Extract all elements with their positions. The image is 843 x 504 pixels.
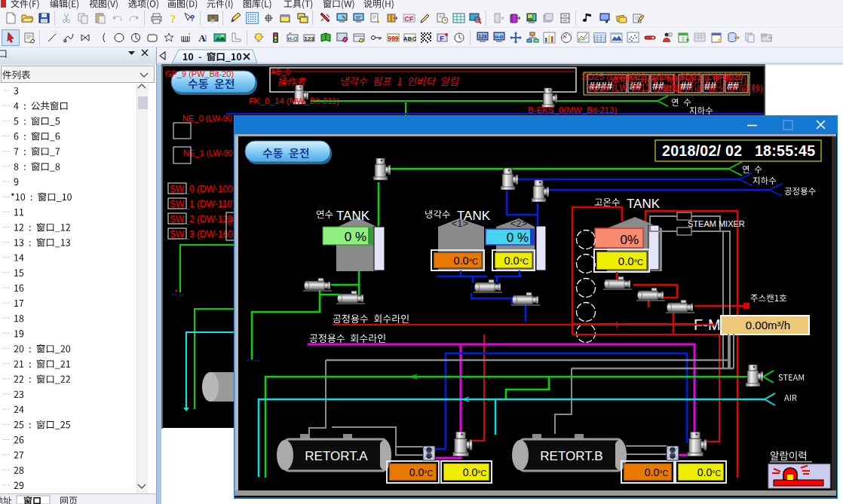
svg-text:0%: 0% (620, 233, 639, 247)
svg-text:123: 123 (304, 35, 314, 41)
svg-text:ABC: ABC (403, 35, 416, 41)
svg-text:AB_0: AB_0 (271, 67, 290, 76)
svg-text:SD20 (LW-9013 (16bit)): SD20 (LW-9013 (16bit)) (587, 83, 682, 93)
svg-text:?: ? (190, 14, 195, 23)
svg-text:0.0°C: 0.0°C (504, 255, 529, 267)
svg-text:<2>: <2> (510, 218, 527, 229)
svg-text:0.0°C: 0.0°C (697, 466, 722, 478)
svg-text:18:55:45: 18:55:45 (755, 142, 815, 159)
svg-text:?: ? (170, 12, 176, 24)
svg-text:TANK: TANK (627, 197, 661, 211)
svg-text:H-O: H-O (495, 35, 503, 39)
svg-text:0.0°C: 0.0°C (409, 466, 434, 478)
svg-text:0 %: 0 % (345, 230, 366, 244)
svg-text:F: F (440, 34, 445, 41)
svg-text:GP_9 (PW_Bit-20): GP_9 (PW_Bit-20) (165, 69, 234, 78)
svg-text:RETORT.B: RETORT.B (540, 449, 602, 463)
svg-text:TANK: TANK (336, 209, 370, 223)
svg-text:CF: CF (404, 15, 413, 23)
svg-text:2018/02/ 02: 2018/02/ 02 (662, 142, 742, 159)
svg-text:A: A (198, 32, 206, 44)
svg-text:123: 123 (478, 34, 486, 39)
svg-text:<1>: <1> (452, 218, 468, 229)
svg-text:0.0°C: 0.0°C (645, 466, 669, 478)
svg-text:STEAM MIXER: STEAM MIXER (688, 219, 745, 228)
svg-text:0.0°C: 0.0°C (463, 466, 487, 478)
svg-text:RETORT.A: RETORT.A (305, 449, 368, 463)
svg-text:0.0°C: 0.0°C (453, 255, 478, 267)
svg-text:0 %: 0 % (507, 231, 529, 245)
svg-text:SW_1 (DW-110): SW_1 (DW-110) (170, 199, 235, 209)
svg-text:H-O: H-O (287, 35, 297, 41)
svg-text:0.00m³/h: 0.00m³/h (746, 319, 790, 331)
svg-text:999: 999 (388, 34, 398, 41)
svg-text:SW_0 (DW-100): SW_0 (DW-100) (170, 184, 236, 194)
svg-text:B-EKS_0(MW_Bit-213): B-EKS_0(MW_Bit-213) (528, 105, 617, 115)
